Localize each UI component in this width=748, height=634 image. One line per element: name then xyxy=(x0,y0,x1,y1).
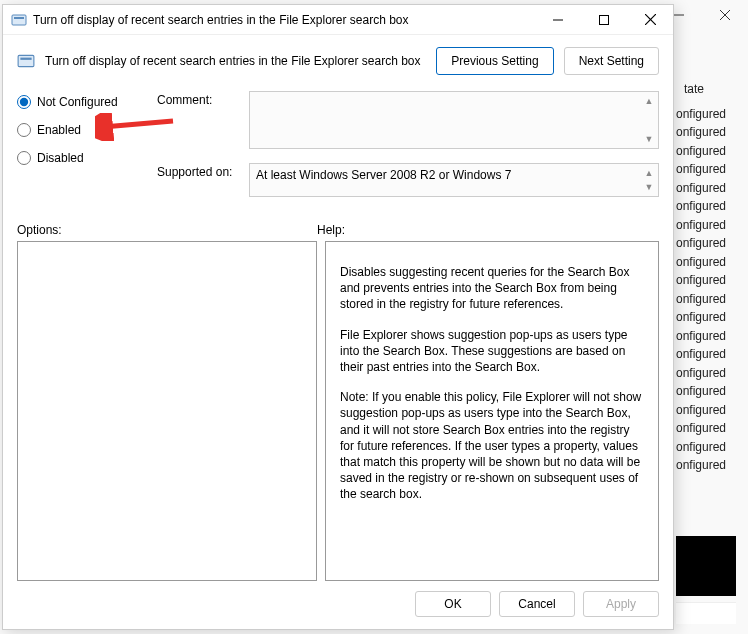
bg-close-button[interactable] xyxy=(702,0,748,30)
bg-preview-area xyxy=(676,536,736,596)
supported-value: At least Windows Server 2008 R2 or Windo… xyxy=(256,168,511,182)
minimize-icon xyxy=(673,9,685,21)
ok-button[interactable]: OK xyxy=(415,591,491,617)
maximize-button[interactable] xyxy=(581,5,627,35)
scroll-down-icon[interactable]: ▼ xyxy=(642,132,656,146)
policy-header-icon xyxy=(17,52,35,70)
next-setting-button[interactable]: Next Setting xyxy=(564,47,659,75)
policy-dialog: Turn off display of recent search entrie… xyxy=(2,4,674,630)
supported-textarea: At least Windows Server 2008 R2 or Windo… xyxy=(249,163,659,197)
radio-label: Enabled xyxy=(37,123,81,137)
close-icon xyxy=(719,9,731,21)
bg-column-header: tate xyxy=(676,80,736,99)
list-item: onfigured xyxy=(676,382,736,401)
options-panel xyxy=(17,241,317,581)
close-icon xyxy=(645,14,656,25)
previous-setting-button[interactable]: Previous Setting xyxy=(436,47,553,75)
list-item: onfigured xyxy=(676,197,736,216)
list-item: onfigured xyxy=(676,216,736,235)
list-item: onfigured xyxy=(676,290,736,309)
list-item: onfigured xyxy=(676,308,736,327)
bg-state-list: onfigured onfigured onfigured onfigured … xyxy=(676,105,736,475)
list-item: onfigured xyxy=(676,142,736,161)
list-item: onfigured xyxy=(676,179,736,198)
svg-rect-4 xyxy=(14,17,24,19)
close-button[interactable] xyxy=(627,5,673,35)
policy-header-title: Turn off display of recent search entrie… xyxy=(45,54,426,68)
cancel-button[interactable]: Cancel xyxy=(499,591,575,617)
list-item: onfigured xyxy=(676,271,736,290)
radio-not-configured-input[interactable] xyxy=(17,95,31,109)
list-item: onfigured xyxy=(676,327,736,346)
scroll-down-icon[interactable]: ▼ xyxy=(642,180,656,194)
radio-disabled-input[interactable] xyxy=(17,151,31,165)
list-item: onfigured xyxy=(676,234,736,253)
list-item: onfigured xyxy=(676,345,736,364)
list-item: onfigured xyxy=(676,105,736,124)
radio-not-configured[interactable]: Not Configured xyxy=(17,95,137,109)
comment-textarea[interactable]: ▲ ▼ xyxy=(249,91,659,149)
scroll-up-icon[interactable]: ▲ xyxy=(642,166,656,180)
bg-state-column: tate onfigured onfigured onfigured onfig… xyxy=(676,80,736,475)
svg-rect-3 xyxy=(12,15,26,25)
dialog-title: Turn off display of recent search entrie… xyxy=(33,13,535,27)
svg-rect-6 xyxy=(600,15,609,24)
list-item: onfigured xyxy=(676,160,736,179)
help-paragraph: Disables suggesting recent queries for t… xyxy=(340,264,644,313)
minimize-icon xyxy=(553,15,563,25)
help-label: Help: xyxy=(317,223,345,237)
list-item: onfigured xyxy=(676,419,736,438)
list-item: onfigured xyxy=(676,438,736,457)
minimize-button[interactable] xyxy=(535,5,581,35)
scroll-up-icon[interactable]: ▲ xyxy=(642,94,656,108)
list-item: onfigured xyxy=(676,253,736,272)
radio-enabled[interactable]: Enabled xyxy=(17,123,137,137)
dialog-titlebar: Turn off display of recent search entrie… xyxy=(3,5,673,35)
help-paragraph: Note: If you enable this policy, File Ex… xyxy=(340,389,644,502)
help-paragraph: File Explorer shows suggestion pop-ups a… xyxy=(340,327,644,376)
comment-label: Comment: xyxy=(157,91,239,149)
policy-icon xyxy=(11,12,27,28)
svg-rect-10 xyxy=(20,58,31,60)
radio-enabled-input[interactable] xyxy=(17,123,31,137)
radio-label: Not Configured xyxy=(37,95,118,109)
list-item: onfigured xyxy=(676,123,736,142)
radio-label: Disabled xyxy=(37,151,84,165)
help-panel: Disables suggesting recent queries for t… xyxy=(325,241,659,581)
svg-rect-9 xyxy=(18,55,34,66)
list-item: onfigured xyxy=(676,401,736,420)
supported-label: Supported on: xyxy=(157,163,239,197)
radio-disabled[interactable]: Disabled xyxy=(17,151,137,165)
list-item: onfigured xyxy=(676,364,736,383)
maximize-icon xyxy=(599,15,609,25)
bg-statusbar xyxy=(676,602,736,624)
options-label: Options: xyxy=(17,223,317,237)
list-item: onfigured xyxy=(676,456,736,475)
apply-button[interactable]: Apply xyxy=(583,591,659,617)
